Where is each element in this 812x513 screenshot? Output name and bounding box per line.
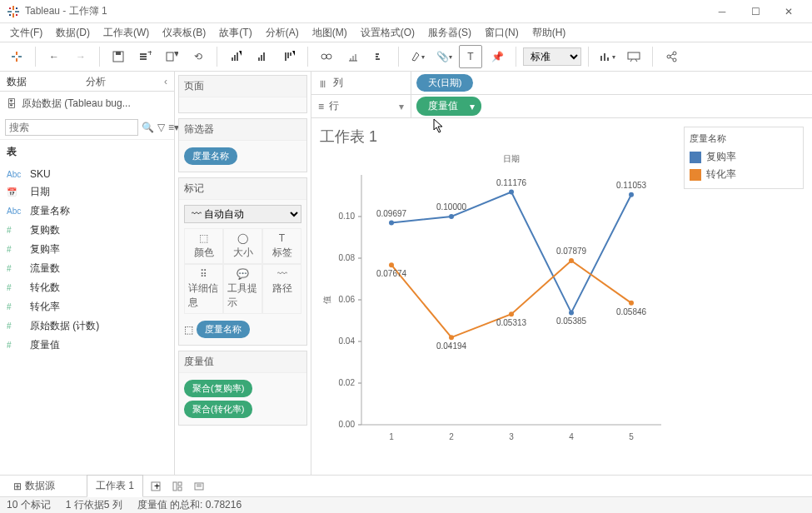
filter-pill[interactable]: 度量名称	[184, 147, 237, 165]
field-item[interactable]: #流量数	[0, 259, 174, 278]
columns-pill[interactable]: 天(日期)	[416, 74, 473, 92]
new-worksheet-icon[interactable]: +	[147, 477, 165, 496]
rows-shelf[interactable]: ≡行▾ 度量值▾	[311, 95, 812, 118]
measure-pill-2[interactable]: 聚合(转化率)	[184, 401, 252, 418]
svg-rect-32	[607, 57, 609, 61]
close-button[interactable]: ✕	[772, 0, 805, 23]
group-button[interactable]	[315, 45, 338, 68]
presentation-button[interactable]	[622, 45, 645, 68]
marks-size[interactable]: ◯大小	[223, 228, 262, 264]
svg-rect-22	[261, 55, 262, 61]
search-input[interactable]	[5, 119, 138, 136]
pin-button[interactable]: 📌	[486, 45, 509, 68]
back-button[interactable]: ←	[42, 45, 66, 68]
field-item[interactable]: #转化率	[0, 297, 174, 316]
svg-rect-5	[16, 14, 17, 16]
search-icon[interactable]: 🔍	[142, 120, 154, 135]
svg-rect-7	[9, 14, 11, 16]
marks-color-pill[interactable]: 度量名称	[197, 321, 250, 338]
menu-map[interactable]: 地图(M)	[306, 26, 354, 40]
filter-icon[interactable]: ▽	[157, 120, 165, 135]
svg-text:3: 3	[509, 432, 514, 441]
svg-text:0.02: 0.02	[339, 378, 356, 387]
field-type-icon: #	[7, 264, 23, 273]
marks-color[interactable]: ⬚颜色	[184, 228, 223, 264]
marks-detail[interactable]: ⠿详细信息	[184, 264, 223, 314]
columns-shelf[interactable]: ⫼列 天(日期)	[311, 72, 812, 95]
new-datasource-button[interactable]: +	[133, 45, 157, 68]
titlebar: Tableau - 工作簿 1 ─ ☐ ✕	[0, 0, 812, 23]
sheet-tab[interactable]: 工作表 1	[87, 475, 143, 497]
highlight-button[interactable]: ▾	[406, 45, 429, 68]
menu-dashboard[interactable]: 仪表板(B)	[156, 26, 212, 40]
rows-pill[interactable]: 度量值▾	[416, 97, 481, 116]
fit-select[interactable]: 标准	[523, 47, 581, 66]
totals-button[interactable]	[341, 45, 365, 68]
menu-file[interactable]: 文件(F)	[3, 26, 49, 40]
field-item[interactable]: 📅日期	[0, 182, 174, 202]
legend-item[interactable]: 转化率	[690, 166, 798, 183]
sort-desc-button[interactable]: ▾	[277, 45, 301, 68]
svg-point-29	[326, 54, 331, 59]
menu-worksheet[interactable]: 工作表(W)	[97, 26, 156, 40]
collapse-panel-icon[interactable]: ‹	[157, 72, 174, 91]
measure-pill-1[interactable]: 聚合(复购率)	[184, 380, 252, 397]
svg-text:+: +	[154, 481, 160, 492]
maximize-button[interactable]: ☐	[739, 0, 772, 23]
datasource-tab[interactable]: ⊞数据源	[5, 476, 63, 496]
field-item[interactable]: #原始数据 (计数)	[0, 316, 174, 336]
legend-item[interactable]: 复购率	[690, 148, 798, 166]
svg-rect-82	[178, 487, 182, 491]
show-me-button[interactable]: ▾	[595, 45, 619, 68]
menu-help[interactable]: 帮助(H)	[526, 26, 573, 40]
field-item[interactable]: #复购率	[0, 240, 174, 259]
pages-card: 页面	[178, 75, 307, 113]
field-item[interactable]: Abc度量名称	[0, 202, 174, 221]
svg-rect-26	[290, 52, 291, 56]
svg-point-35	[673, 52, 676, 55]
tableau-icon[interactable]	[5, 45, 28, 68]
new-sheet-button[interactable]: ▾	[160, 45, 183, 68]
marks-path[interactable]: 〰路径	[262, 264, 301, 314]
measures-heading: 度量值	[179, 351, 306, 373]
minimize-button[interactable]: ─	[705, 0, 739, 23]
analytics-tab[interactable]: 分析	[79, 72, 158, 91]
marks-type-select[interactable]: 〰 自动自动	[184, 205, 301, 223]
menu-window[interactable]: 窗口(N)	[478, 26, 526, 40]
chart-title: 工作表 1	[320, 127, 684, 147]
text-tool-button[interactable]: T	[459, 45, 482, 68]
forward-button[interactable]: →	[69, 45, 92, 68]
menu-server[interactable]: 服务器(S)	[421, 26, 478, 40]
data-tab[interactable]: 数据	[0, 72, 79, 91]
svg-rect-30	[600, 56, 602, 61]
field-item[interactable]: #度量值	[0, 336, 174, 355]
attachment-icon[interactable]: 📎▾	[432, 45, 456, 68]
datasource-item[interactable]: 🗄 原始数据 (Tableau bug...	[0, 92, 174, 116]
chevron-down-icon[interactable]: ▾	[399, 101, 404, 112]
field-item[interactable]: AbcSKU	[0, 166, 174, 182]
marks-label[interactable]: T标签	[262, 228, 301, 264]
menu-data[interactable]: 数据(D)	[49, 26, 97, 40]
refresh-button[interactable]: ⟲	[187, 45, 210, 68]
field-item[interactable]: #复购数	[0, 221, 174, 240]
sort-asc-button[interactable]	[251, 45, 274, 68]
legend: 度量名称 复购率转化率	[684, 127, 804, 189]
label-icon: T	[279, 232, 285, 244]
new-story-icon[interactable]	[190, 477, 208, 496]
percent-button[interactable]	[368, 45, 391, 68]
svg-rect-15	[167, 52, 173, 61]
new-dashboard-icon[interactable]	[168, 477, 187, 496]
menu-story[interactable]: 故事(T)	[212, 26, 258, 40]
columns-label: 列	[333, 76, 343, 90]
share-button[interactable]	[660, 45, 683, 68]
field-item[interactable]: #转化数	[0, 278, 174, 297]
svg-rect-1	[12, 13, 14, 17]
status-sum: 度量值 的总和: 0.78216	[137, 498, 242, 512]
swap-button[interactable]: ▾	[224, 45, 247, 68]
menu-analysis[interactable]: 分析(A)	[259, 26, 306, 40]
line-chart[interactable]: 0.000.020.040.060.080.1012345日期值0.096970…	[320, 150, 670, 450]
menu-format[interactable]: 设置格式(O)	[354, 26, 421, 40]
svg-point-28	[321, 54, 326, 59]
marks-tooltip[interactable]: 💬工具提示	[223, 264, 262, 314]
save-button[interactable]	[107, 45, 130, 68]
